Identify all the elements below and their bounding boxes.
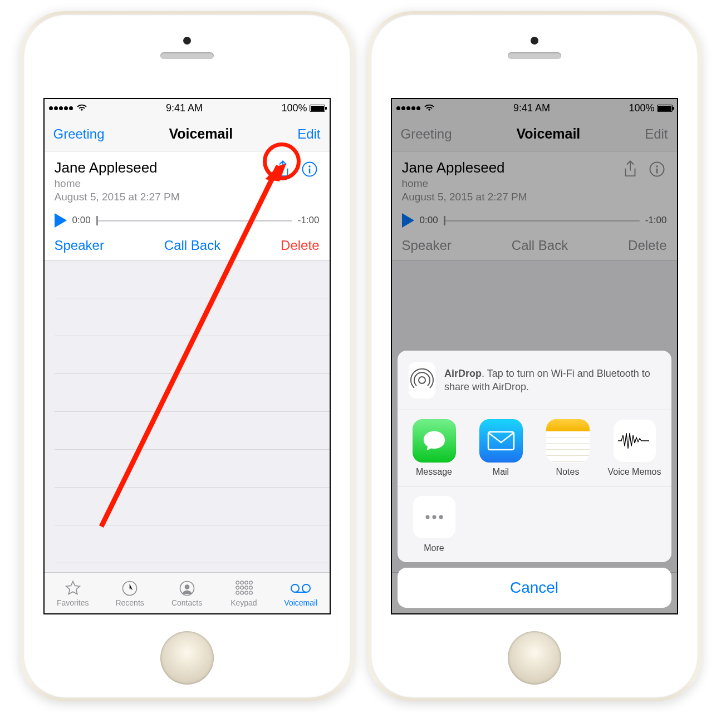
svg-point-26 [419,377,425,383]
caller-name: Jane Appleseed [55,159,273,176]
more-icon [413,495,456,539]
tab-recents[interactable]: Recents [101,573,158,613]
svg-point-15 [241,591,244,594]
page-title: Voicemail [169,126,233,142]
svg-rect-27 [488,432,514,450]
status-bar: 9:41 AM 100% [45,99,330,117]
tab-contacts[interactable]: Contacts [158,573,215,613]
delete-button[interactable]: Delete [281,238,319,253]
share-label: More [424,543,444,553]
share-sheet: AirDrop. Tap to turn on Wi-Fi and Blueto… [398,351,671,608]
voicemail-card: Jane Appleseed home August 5, 2015 at 2:… [45,151,330,260]
tab-label: Favorites [57,598,89,607]
svg-point-10 [236,586,239,589]
svg-point-29 [432,515,436,519]
list-item[interactable] [55,450,330,488]
screen-left: 9:41 AM 100% Greeting Voicemail Edit Jan… [43,98,331,614]
front-camera [183,37,191,45]
list-item[interactable] [55,374,330,412]
list-item[interactable] [55,298,330,336]
status-time: 9:41 AM [166,102,203,114]
tab-label: Voicemail [284,598,317,607]
nav-bar: Greeting Voicemail Edit [45,117,330,151]
svg-point-7 [241,581,244,584]
share-icon [274,160,291,179]
airdrop-row[interactable]: AirDrop. Tap to turn on Wi-Fi and Blueto… [398,351,671,410]
svg-point-12 [245,586,248,589]
info-button[interactable] [300,159,320,179]
svg-point-16 [245,591,248,594]
caller-label: home [55,178,273,190]
voicemail-list [45,260,330,572]
list-item[interactable] [55,336,330,374]
iphone-frame-right: 9:41 AM 100% Greeting Voicemail Edit Jan… [367,11,702,701]
battery-icon [310,105,325,112]
tab-bar: Favorites Recents Contacts [45,572,330,613]
mail-icon [479,419,523,463]
earpiece-speaker [508,52,561,59]
share-label: Notes [556,467,580,477]
svg-point-19 [302,584,310,592]
svg-point-5 [184,584,189,589]
list-item[interactable] [55,412,330,450]
elapsed-time: 0:00 [72,215,91,226]
list-item[interactable] [55,525,330,563]
notes-icon [546,419,590,463]
list-item[interactable] [55,260,330,298]
svg-point-13 [249,586,253,589]
speaker-button[interactable]: Speaker [55,238,104,253]
share-label: Message [416,467,452,477]
info-icon [301,161,318,178]
earpiece-speaker [160,52,214,59]
scrubber[interactable] [96,220,292,222]
message-icon [413,419,456,463]
svg-point-17 [249,591,253,594]
iphone-frame-left: 9:41 AM 100% Greeting Voicemail Edit Jan… [20,11,354,701]
share-button[interactable] [273,159,293,179]
tab-label: Recents [115,598,144,607]
share-more[interactable]: More [401,495,468,553]
tab-favorites[interactable]: Favorites [45,573,101,613]
share-voice-memos[interactable]: Voice Memos [601,419,668,477]
tab-keypad[interactable]: Keypad [215,573,272,613]
callback-button[interactable]: Call Back [164,238,220,253]
front-camera [531,37,538,45]
airdrop-icon [409,362,436,399]
greeting-button[interactable]: Greeting [53,126,105,142]
tab-label: Keypad [230,598,257,607]
share-label: Mail [493,467,509,477]
edit-button[interactable]: Edit [297,126,320,142]
share-label: Voice Memos [607,467,661,477]
home-button[interactable] [508,631,561,685]
svg-point-1 [308,165,311,168]
svg-rect-2 [308,169,310,174]
svg-point-28 [425,515,429,519]
share-apps-row: Message Mail Notes [398,410,671,486]
cancel-button[interactable]: Cancel [398,568,671,608]
battery-percent: 100% [281,102,307,114]
svg-point-14 [236,591,239,594]
voicemail-icon [290,579,311,597]
svg-point-30 [439,515,443,519]
svg-point-8 [245,581,248,584]
airdrop-text: AirDrop. Tap to turn on Wi-Fi and Blueto… [444,367,660,394]
home-button[interactable] [160,631,214,685]
list-item[interactable] [55,488,330,525]
star-icon [65,579,81,597]
share-notes[interactable]: Notes [534,419,601,477]
scrubber-thumb[interactable] [96,216,98,225]
svg-point-9 [249,581,253,584]
keypad-icon [234,579,253,597]
clock-icon [121,579,138,597]
svg-point-18 [291,584,299,592]
signal-dots-icon [49,106,73,110]
tab-voicemail[interactable]: Voicemail [272,573,329,613]
play-button[interactable] [55,213,67,228]
contact-icon [179,579,195,597]
call-date: August 5, 2015 at 2:27 PM [55,191,273,203]
wifi-icon [76,101,87,115]
tab-label: Contacts [171,598,202,607]
share-message[interactable]: Message [401,419,468,477]
share-mail[interactable]: Mail [468,419,534,477]
voice-memos-icon [613,419,656,463]
